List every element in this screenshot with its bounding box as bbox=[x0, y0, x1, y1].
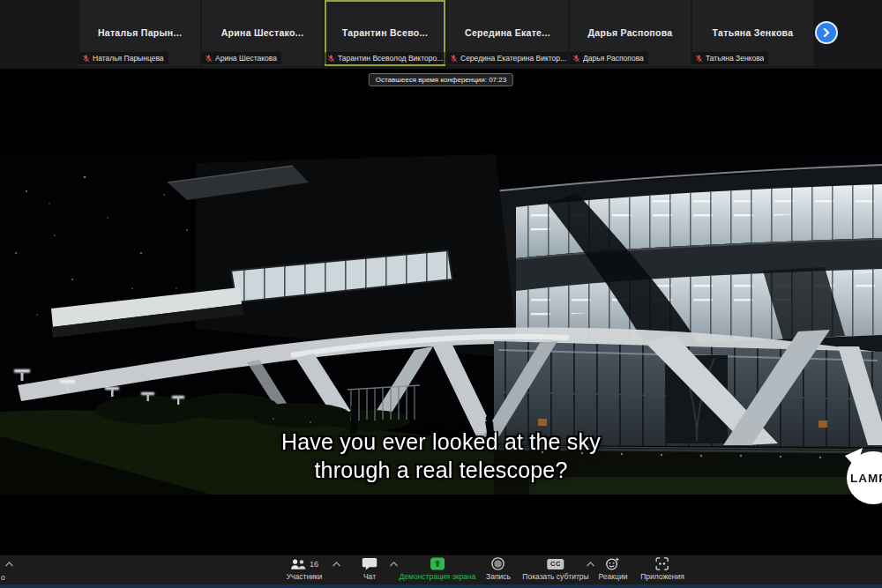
muted-mic-icon bbox=[572, 55, 580, 63]
muted-mic-icon bbox=[82, 55, 90, 63]
participant-label-text: Дарья Распопова bbox=[583, 54, 644, 63]
chevron-up-icon[interactable] bbox=[586, 562, 595, 567]
participant-label-text: Середина Екатерина Виктор... bbox=[460, 54, 566, 63]
chat-label: Чат bbox=[363, 572, 376, 581]
participant-display-name: Наталья Парын... bbox=[79, 27, 200, 38]
participant-label-text: Татьяна Зенкова bbox=[706, 54, 764, 63]
participants-label: Участники bbox=[287, 572, 323, 581]
apps-icon bbox=[655, 557, 669, 570]
chevron-up-icon[interactable] bbox=[332, 562, 341, 567]
participant-display-name: Арина Шестако... bbox=[202, 27, 323, 38]
cutoff-button-label[interactable]: о bbox=[1, 573, 5, 582]
record-icon bbox=[491, 557, 505, 570]
screen-share-icon bbox=[430, 557, 445, 570]
participant-tile[interactable]: Татьяна Зенкова Татьяна Зенкова bbox=[692, 0, 813, 66]
participants-button[interactable]: 16 Участники bbox=[287, 557, 323, 581]
muted-mic-icon bbox=[327, 55, 335, 63]
reactions-button[interactable]: Реакции bbox=[599, 557, 628, 581]
apps-label: Приложения bbox=[640, 572, 684, 581]
captions-button[interactable]: CC Показать субтитры bbox=[522, 557, 588, 581]
participant-name-badge: Середина Екатерина Виктор... bbox=[447, 52, 568, 64]
participant-label-text: Наталья Парынцева bbox=[93, 54, 164, 63]
participant-label-text: Арина Шестакова bbox=[215, 54, 277, 63]
record-label: Запись bbox=[486, 572, 511, 581]
muted-mic-icon bbox=[450, 55, 458, 63]
chat-icon bbox=[363, 557, 377, 570]
reactions-label: Реакции bbox=[599, 572, 628, 581]
screen-share-button[interactable]: Демонстрация экрана bbox=[400, 557, 476, 581]
shared-screen-view: Оставшееся время конференции: 07:23 bbox=[0, 69, 882, 555]
participant-label-text: Тарантин Всеволод Викторо... bbox=[338, 54, 443, 63]
participant-tile-active-speaker[interactable]: Тарантин Всево... Тарантин Всеволод Викт… bbox=[325, 0, 445, 66]
chat-button[interactable]: Чат bbox=[363, 557, 377, 581]
meeting-toolbar: о 16 Участники Чат bbox=[0, 555, 882, 584]
participant-tile[interactable]: Дарья Распопова Дарья Распопова bbox=[570, 0, 691, 66]
taskbar-edge bbox=[0, 584, 882, 588]
remaining-time-notification: Оставшееся время конференции: 07:23 bbox=[369, 73, 513, 86]
next-participants-button[interactable] bbox=[815, 21, 838, 44]
participants-count: 16 bbox=[310, 560, 318, 569]
captions-label: Показать субтитры bbox=[522, 572, 588, 581]
participant-display-name: Середина Екате... bbox=[447, 27, 568, 38]
subtitle-line-1: Have you ever looked at the sky bbox=[0, 429, 882, 455]
participants-icon bbox=[290, 558, 307, 570]
participant-tile[interactable]: Середина Екате... Середина Екатерина Вик… bbox=[447, 0, 568, 66]
lampa-watermark: LAMPA bbox=[838, 445, 882, 511]
screen-share-label: Демонстрация экрана bbox=[400, 572, 476, 581]
cc-icon: CC bbox=[548, 559, 564, 569]
participant-name-badge: Наталья Парынцева bbox=[79, 52, 168, 64]
participant-name-badge: Татьяна Зенкова bbox=[692, 52, 768, 64]
participant-name-badge: Дарья Распопова bbox=[570, 52, 648, 64]
subtitle-line-2: through a real telescope? bbox=[0, 458, 882, 483]
svg-text:LAMPA: LAMPA bbox=[850, 472, 882, 485]
participant-display-name: Тарантин Всево... bbox=[325, 27, 445, 38]
muted-mic-icon bbox=[205, 55, 213, 63]
reactions-smiley-icon bbox=[606, 557, 620, 570]
participant-name-badge: Арина Шестакова bbox=[202, 52, 281, 64]
participant-display-name: Дарья Распопова bbox=[570, 27, 691, 38]
chevron-up-icon[interactable] bbox=[4, 562, 14, 567]
muted-mic-icon bbox=[695, 55, 703, 63]
chevron-up-icon[interactable] bbox=[389, 562, 399, 567]
participants-strip: Наталья Парын... Наталья Парынцева Арина… bbox=[0, 0, 882, 69]
apps-button[interactable]: Приложения bbox=[640, 557, 684, 581]
chevron-right-icon bbox=[822, 28, 831, 37]
participant-tile[interactable]: Арина Шестако... Арина Шестакова bbox=[202, 0, 323, 66]
participant-tile[interactable]: Наталья Парын... Наталья Парынцева bbox=[79, 0, 200, 66]
meeting-window: Наталья Парын... Наталья Парынцева Арина… bbox=[0, 0, 882, 588]
record-button[interactable]: Запись bbox=[486, 557, 511, 581]
participant-name-badge: Тарантин Всеволод Викторо... bbox=[325, 52, 445, 64]
participant-display-name: Татьяна Зенкова bbox=[692, 27, 813, 38]
